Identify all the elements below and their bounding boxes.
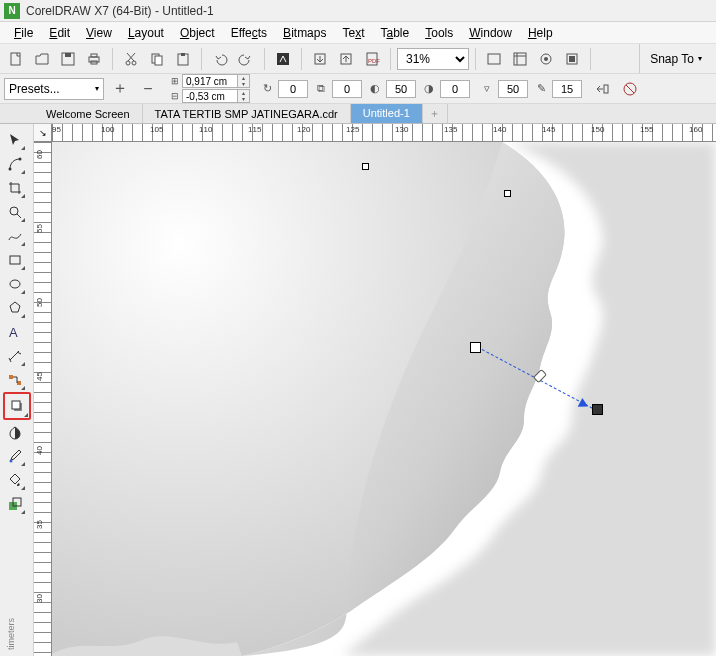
svg-point-25: [8, 168, 11, 171]
menu-bar: File Edit View Layout Object Effects Bit…: [0, 22, 716, 44]
ruler-h-tick: 125: [346, 125, 359, 134]
ruler-h-tick: 155: [640, 125, 653, 134]
rotation-input[interactable]: [278, 80, 308, 98]
crop-tool[interactable]: [3, 176, 27, 200]
svg-rect-34: [12, 401, 20, 409]
canvas-artwork: [52, 142, 716, 656]
menu-window[interactable]: Window: [461, 24, 520, 42]
y-position-input[interactable]: [182, 89, 238, 103]
copy-properties-button[interactable]: [590, 77, 614, 101]
new-button[interactable]: [4, 47, 28, 71]
copy-button[interactable]: [145, 47, 169, 71]
svg-point-20: [544, 57, 548, 61]
shape-tool[interactable]: [3, 152, 27, 176]
ellipse-tool[interactable]: [3, 272, 27, 296]
feather-icon: ✎: [532, 80, 550, 98]
rectangle-tool[interactable]: [3, 248, 27, 272]
color-eyedropper-tool[interactable]: [3, 444, 27, 468]
transparency-start-input[interactable]: [498, 80, 528, 98]
selection-handle-top[interactable]: [362, 163, 369, 170]
ruler-v-tick: 30: [35, 594, 44, 603]
drawing-area[interactable]: ↘ 95100105110115120125130135140145150155…: [34, 124, 716, 656]
transparency-tool[interactable]: [3, 420, 27, 444]
standard-toolbar: PDF 31% Snap To ▾: [0, 44, 716, 74]
transp-start-icon: ▿: [478, 80, 496, 98]
open-button[interactable]: [30, 47, 54, 71]
ruler-h-tick: 135: [444, 125, 457, 134]
doc-tab-welcome[interactable]: Welcome Screen: [34, 104, 143, 123]
save-button[interactable]: [56, 47, 80, 71]
show-guidelines-button[interactable]: [534, 47, 558, 71]
menu-tools[interactable]: Tools: [417, 24, 461, 42]
copies-input[interactable]: [332, 80, 362, 98]
menu-edit[interactable]: Edit: [41, 24, 78, 42]
doc-tab-tata[interactable]: TATA TERTIB SMP JATINEGARA.cdr: [143, 104, 351, 123]
svg-rect-22: [569, 56, 575, 62]
text-tool[interactable]: A: [3, 320, 27, 344]
paste-button[interactable]: [171, 47, 195, 71]
ruler-origin[interactable]: ↘: [34, 124, 52, 142]
menu-bitmaps[interactable]: Bitmaps: [275, 24, 334, 42]
ruler-h-tick: 160: [689, 125, 702, 134]
menu-file[interactable]: File: [6, 24, 41, 42]
fill-end-node[interactable]: [592, 404, 603, 415]
fullscreen-preview-button[interactable]: [482, 47, 506, 71]
add-preset-button[interactable]: ＋: [108, 77, 132, 101]
redo-button[interactable]: [234, 47, 258, 71]
horizontal-ruler[interactable]: 9510010511011512012513013514014515015516…: [52, 124, 716, 142]
fade-icon: ◑: [420, 80, 438, 98]
ruler-v-tick: 50: [35, 298, 44, 307]
polygon-tool[interactable]: [3, 296, 27, 320]
angle-icon: ↻: [258, 80, 276, 98]
menu-table[interactable]: Table: [373, 24, 418, 42]
presets-dropdown[interactable]: Presets...▾: [4, 78, 104, 100]
parallel-dimension-tool[interactable]: [3, 344, 27, 368]
cut-button[interactable]: [119, 47, 143, 71]
svg-point-7: [132, 61, 136, 65]
menu-text[interactable]: Text: [334, 24, 372, 42]
svg-point-6: [126, 61, 130, 65]
menu-view[interactable]: View: [78, 24, 120, 42]
menu-help[interactable]: Help: [520, 24, 561, 42]
import-button[interactable]: [308, 47, 332, 71]
menu-layout[interactable]: Layout: [120, 24, 172, 42]
vertical-ruler[interactable]: 60555045403530: [34, 142, 52, 656]
svg-point-35: [9, 460, 12, 463]
delete-preset-button[interactable]: −: [136, 77, 160, 101]
freehand-tool[interactable]: [3, 224, 27, 248]
selection-handle-right[interactable]: [504, 190, 511, 197]
zoom-level-select[interactable]: 31%: [397, 48, 469, 70]
undo-button[interactable]: [208, 47, 232, 71]
pick-tool[interactable]: [3, 128, 27, 152]
clear-effect-button[interactable]: [618, 77, 642, 101]
connector-tool[interactable]: [3, 368, 27, 392]
export-button[interactable]: [334, 47, 358, 71]
smart-fill-tool[interactable]: [3, 492, 27, 516]
menu-effects[interactable]: Effects: [223, 24, 275, 42]
show-rulers-button[interactable]: [508, 47, 532, 71]
opacity-icon: ◐: [366, 80, 384, 98]
new-doc-tab-button[interactable]: ＋: [423, 104, 448, 123]
x-position-input[interactable]: [182, 74, 238, 88]
svg-point-27: [10, 207, 18, 215]
doc-tab-untitled[interactable]: Untitled-1: [351, 104, 423, 123]
ruler-h-tick: 115: [248, 125, 261, 134]
app-icon: N: [4, 3, 20, 19]
fade-input[interactable]: [440, 80, 470, 98]
print-button[interactable]: [82, 47, 106, 71]
fill-start-node[interactable]: [470, 342, 481, 353]
title-bar: N CorelDRAW X7 (64-Bit) - Untitled-1: [0, 0, 716, 22]
zoom-tool[interactable]: [3, 200, 27, 224]
options-button[interactable]: [560, 47, 584, 71]
menu-object[interactable]: Object: [172, 24, 223, 42]
search-content-button[interactable]: [271, 47, 295, 71]
svg-rect-12: [277, 53, 289, 65]
opacity-input[interactable]: [386, 80, 416, 98]
svg-rect-0: [11, 53, 20, 65]
interactive-fill-tool[interactable]: [3, 468, 27, 492]
feather-input[interactable]: [552, 80, 582, 98]
drop-shadow-tool[interactable]: [3, 392, 31, 420]
publish-pdf-button[interactable]: PDF: [360, 47, 384, 71]
snap-to-dropdown[interactable]: Snap To ▾: [639, 44, 712, 73]
ruler-v-tick: 35: [35, 520, 44, 529]
